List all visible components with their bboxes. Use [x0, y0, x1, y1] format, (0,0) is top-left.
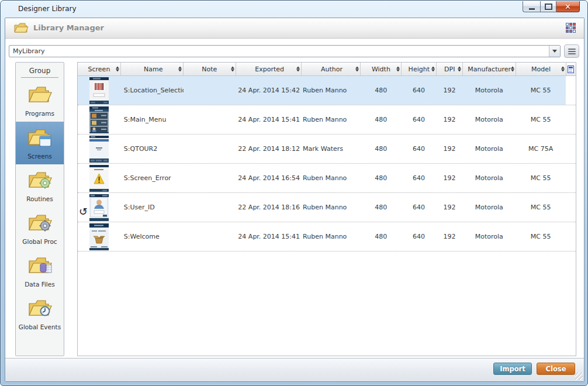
row-height: 640 [402, 174, 437, 182]
column-header-note[interactable]: Note [184, 63, 236, 75]
library-select-dropdown-button[interactable] [549, 46, 560, 57]
sidebar-title: Group [16, 67, 64, 75]
sidebar-item-label: Global Proc [22, 238, 57, 245]
column-header-manufacturer[interactable]: Manufacturer [463, 63, 516, 75]
panel-title: Library Manager [33, 23, 104, 32]
minimize-icon [529, 8, 535, 10]
library-select[interactable]: MyLibrary [9, 45, 561, 57]
resize-grip[interactable] [575, 373, 583, 380]
rotate-busy-icon: ↻ [79, 205, 88, 218]
row-dpi: 192 [437, 233, 463, 240]
close-window-button[interactable]: ✕ [556, 1, 580, 12]
row-author: Ruben Manno [301, 233, 361, 240]
sidebar-item-label: Data Files [25, 281, 54, 288]
grid-view-icon[interactable] [566, 23, 576, 33]
sort-icon [511, 67, 514, 72]
table-row[interactable]: S:QTOUR2 22 Apr. 2014 18:12 Mark Waters … [78, 135, 576, 164]
row-author: Ruben Manno [301, 87, 361, 94]
row-manufacturer: Motorola [462, 233, 516, 240]
row-name: S:Screen_Error [121, 174, 184, 182]
sort-icon [178, 67, 182, 72]
screens-table: Screen Name Note Exported Author Width H… [77, 62, 576, 356]
sidebar-item-routines[interactable]: Routines [16, 164, 64, 207]
folder-window-icon [27, 126, 53, 151]
row-height: 640 [402, 116, 437, 123]
table-row[interactable]: S:User_ID 22 Apr. 2014 18:16 Ruben Manno… [78, 193, 576, 222]
row-height: 640 [402, 87, 437, 94]
row-name: S:Location_Selectio [121, 87, 184, 94]
maximize-icon [545, 4, 552, 10]
row-model: MC 55 [516, 87, 566, 94]
panel-header: Library Manager [5, 18, 584, 39]
table-row[interactable]: S:Welcome 24 Apr. 2014 15:41 Ruben Manno… [78, 222, 576, 251]
sort-icon [396, 67, 400, 72]
sort-icon [296, 67, 300, 72]
row-height: 640 [402, 145, 437, 153]
column-header-name[interactable]: Name [121, 63, 184, 75]
column-header-dpi[interactable]: DPI [437, 63, 463, 75]
sort-icon [458, 67, 461, 72]
row-model: MC 55 [516, 204, 566, 211]
row-model: MC 55 [516, 116, 566, 123]
table-row[interactable]: S:Location_Selectio 24 Apr. 2014 15:42 R… [78, 76, 576, 105]
sidebar-item-global-proc[interactable]: Global Proc [16, 207, 64, 250]
table-row[interactable]: S:Screen_Error 24 Apr. 2014 16:54 Ruben … [78, 164, 576, 193]
sort-icon [116, 67, 119, 72]
sort-icon [431, 67, 435, 72]
column-chooser-button[interactable] [566, 63, 576, 75]
folder-database-icon [27, 254, 53, 279]
folder-clock-icon [27, 297, 53, 322]
library-select-value: MyLibrary [13, 46, 44, 57]
row-manufacturer: Motorola [462, 116, 516, 123]
column-header-author[interactable]: Author [302, 63, 361, 75]
sidebar-divider [21, 77, 58, 78]
sidebar-item-data-files[interactable]: Data Files [16, 250, 64, 292]
row-width: 480 [361, 233, 402, 240]
column-header-height[interactable]: Height [402, 63, 437, 75]
window-controls: ✕ [523, 1, 580, 12]
minimize-button[interactable] [523, 1, 540, 12]
import-button[interactable]: Import [493, 363, 532, 375]
column-header-width[interactable]: Width [361, 63, 402, 75]
row-model: MC 55 [516, 174, 566, 182]
sidebar-item-programs[interactable]: Programs [16, 79, 64, 122]
row-dpi: 192 [437, 174, 463, 182]
footer-bar: Import Close [5, 358, 584, 381]
row-model: MC 55 [516, 233, 566, 240]
library-manager-panel: Library Manager MyLibrary Group [5, 18, 584, 382]
library-menu-button[interactable] [564, 44, 579, 58]
row-exported: 24 Apr. 2014 16:54 [236, 174, 301, 182]
sidebar-item-global-events[interactable]: Global Events [16, 292, 64, 335]
row-manufacturer: Motorola [462, 204, 516, 211]
column-header-model[interactable]: Model [516, 63, 566, 75]
column-header-screen[interactable]: Screen [78, 63, 121, 75]
sidebar-item-screens[interactable]: Screens [16, 122, 64, 164]
row-author: Mark Waters [301, 145, 361, 153]
sort-icon [561, 67, 565, 72]
row-exported: 24 Apr. 2014 15:41 [236, 233, 301, 240]
row-exported: 22 Apr. 2014 18:16 [236, 204, 301, 211]
close-icon: ✕ [565, 2, 571, 12]
close-button[interactable]: Close [537, 363, 575, 375]
screen-thumbnail-location-selection [78, 77, 121, 104]
row-author: Ruben Manno [301, 204, 361, 211]
column-chooser-icon [568, 66, 574, 73]
chevron-down-icon [552, 50, 557, 53]
library-folder-icon [13, 22, 29, 37]
sidebar-item-label: Programs [25, 110, 54, 117]
window: Designer Library ✕ Library Manager MyLib… [0, 0, 588, 386]
row-dpi: 192 [437, 204, 463, 211]
row-height: 640 [402, 204, 437, 211]
maximize-button[interactable] [540, 1, 556, 12]
screen-thumbnail-error-warning [78, 165, 121, 192]
screen-thumbnail-main-menu [78, 106, 121, 133]
row-manufacturer: Motorola [462, 145, 516, 153]
row-author: Ruben Manno [301, 174, 361, 182]
sidebar-item-label: Routines [26, 195, 53, 202]
table-row[interactable]: S:Main_Menu 24 Apr. 2014 15:41 Ruben Man… [78, 105, 576, 135]
row-manufacturer: Motorola [462, 87, 516, 94]
row-width: 480 [361, 87, 402, 94]
folder-icon [27, 84, 53, 108]
column-header-exported[interactable]: Exported [236, 63, 302, 75]
row-manufacturer: Motorola [462, 174, 516, 182]
